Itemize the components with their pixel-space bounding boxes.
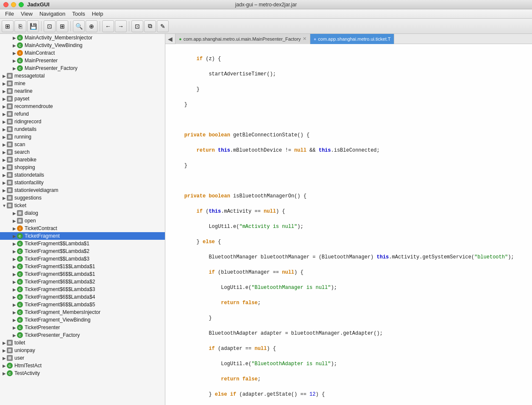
tree-arrow [12, 211, 17, 216]
code-line: private boolean getBleConnectionState() … [172, 132, 309, 138]
code-line: return this.mBluetoothDevice != null && … [172, 147, 380, 153]
code-line: } else if (adapter.getState() == 12) { [172, 391, 325, 397]
sidebar-item-ticketfrag-members[interactable]: C TicketFragment_MembersInjector [0, 308, 165, 316]
toolbar-sep-4 [129, 21, 129, 31]
tab-back-btn[interactable]: ◀ [165, 34, 175, 44]
tab-mainpresenter-factory[interactable]: ● com.app.shanghai.metro.ui.main.MainPre… [175, 34, 310, 44]
sidebar-item-ticketfrag6-lambda1[interactable]: C TicketFragment$6$$Lambda$1 [0, 270, 165, 278]
tree-arrow [12, 50, 17, 55]
sidebar-item-ticketfrag6-lambda2[interactable]: C TicketFragment$6$$Lambda$2 [0, 278, 165, 286]
toolbar-add-btn[interactable]: ⊕ [86, 20, 97, 32]
toolbar-copy-btn[interactable]: ⎘ [14, 20, 26, 32]
tree-arrow [2, 195, 7, 200]
menu-view[interactable]: View [17, 10, 36, 18]
sidebar-item-mainactivity-members[interactable]: C MainActivity_MembersInjector [0, 34, 165, 42]
sidebar-item-unionpay[interactable]: ⊞ unionpay [0, 347, 165, 354]
menu-navigation[interactable]: Navigation [36, 10, 69, 18]
traffic-lights[interactable] [3, 2, 24, 7]
sidebar-item-ticketfrag-lambda3[interactable]: C TicketFragment$$Lambda$3 [0, 255, 165, 263]
item-label: MainPresenter_Factory [25, 65, 78, 71]
sidebar-item-ticket-open[interactable]: ⊞ open [0, 217, 165, 225]
sidebar-item-mainactivity-vb[interactable]: C MainActivity_ViewBinding [0, 42, 165, 49]
package-icon: ⊞ [7, 96, 13, 102]
sidebar-item-ticketfrag6-lambda5[interactable]: C TicketFragment$6$$Lambda$5 [0, 301, 165, 308]
sidebar-item-htmltestact[interactable]: C HtmlTestAct [0, 362, 165, 369]
main-layout: C MainActivity_MembersInjector C MainAct… [0, 34, 532, 405]
item-label: TicketFragment$6$$Lambda$2 [25, 279, 95, 285]
class-icon: C [17, 271, 23, 277]
tab-ticketfragment[interactable]: ● com.app.shanghai.metro.ui.ticket.T [310, 34, 395, 44]
sidebar-item-ticket[interactable]: ⊞ ticket [0, 202, 165, 209]
menu-tools[interactable]: Tools [69, 10, 88, 18]
tree-arrow [12, 264, 17, 269]
sidebar-item-suggestions[interactable]: ⊞ suggestions [0, 194, 165, 202]
toolbar-zoom-btn[interactable]: ⊡ [131, 20, 143, 32]
sidebar-item-ticketfrag-lambda1[interactable]: C TicketFragment$$Lambda$1 [0, 240, 165, 247]
sidebar-item-ticketfrag1-lambda1[interactable]: C TicketFragment$1$$Lambda$1 [0, 263, 165, 270]
tree-arrow [2, 363, 7, 368]
sidebar-item-rundetails[interactable]: ⊞ rundetails [0, 125, 165, 133]
sidebar-item-payset[interactable]: ⊞ payset [0, 95, 165, 103]
sidebar-item-toilet[interactable]: ⊞ toilet [0, 339, 165, 347]
sidebar-item-ticketfrag6-lambda4[interactable]: C TicketFragment$6$$Lambda$4 [0, 293, 165, 301]
minimize-button[interactable] [11, 2, 16, 7]
class-icon: C [17, 35, 23, 41]
class-icon: C [7, 363, 13, 369]
sidebar-item-ticket-dialog[interactable]: ⊞ dialog [0, 209, 165, 217]
sidebar-item-ticketfrag-vb[interactable]: C TicketFragment_ViewBinding [0, 316, 165, 324]
sidebar-item-stationdetails[interactable]: ⊞ stationdetails [0, 171, 165, 179]
code-area[interactable]: if (z) { startAdvertiseTimer(); } } priv… [165, 44, 532, 405]
tab-close-btn[interactable]: ✕ [303, 36, 306, 42]
package-icon: ⊞ [7, 119, 13, 125]
sidebar-item-stationfacility[interactable]: ⊞ stationfacility [0, 179, 165, 186]
close-button[interactable] [3, 2, 8, 7]
sidebar-item-search[interactable]: ⊞ search [0, 148, 165, 156]
sidebar-item-ticketcontract[interactable]: I TicketContract [0, 225, 165, 232]
sidebar-item-mainpresenter[interactable]: C MainPresenter [0, 57, 165, 64]
item-label: recommendroute [14, 103, 53, 109]
sidebar[interactable]: C MainActivity_MembersInjector C MainAct… [0, 34, 165, 405]
sidebar-item-refund[interactable]: ⊞ refund [0, 110, 165, 118]
toolbar-open-btn[interactable]: ⊞ [2, 20, 14, 32]
sidebar-item-sharebike[interactable]: ⊞ sharebike [0, 156, 165, 164]
sidebar-item-ticketfrag-lambda2[interactable]: C TicketFragment$$Lambda$2 [0, 247, 165, 255]
sidebar-item-messagetotal[interactable]: ⊞ messagetotal [0, 72, 165, 80]
menu-help[interactable]: Help [89, 10, 107, 18]
sidebar-item-shopping[interactable]: ⊞ shopping [0, 164, 165, 171]
tree-arrow [12, 287, 17, 292]
item-label: rundetails [14, 126, 36, 132]
maximize-button[interactable] [19, 2, 24, 7]
toolbar-fwd-btn[interactable]: → [115, 20, 127, 32]
item-label: TicketFragment_ViewBinding [25, 317, 90, 323]
sidebar-item-maincontract[interactable]: I MainContract [0, 49, 165, 57]
tree-arrow [2, 73, 7, 78]
package-icon: ⊞ [7, 340, 13, 346]
sidebar-item-scan[interactable]: ⊞ scan [0, 141, 165, 148]
toolbar-edit-btn[interactable]: ✎ [157, 20, 169, 32]
sidebar-item-ridingrecord[interactable]: ⊞ ridingrecord [0, 118, 165, 125]
sidebar-item-testactivity[interactable]: C TestActivity [0, 369, 165, 377]
sidebar-item-mainpresenterfactory[interactable]: C MainPresenter_Factory [0, 64, 165, 72]
sidebar-item-recommendroute[interactable]: ⊞ recommendroute [0, 103, 165, 110]
sidebar-item-running[interactable]: ⊞ running [0, 133, 165, 141]
tree-arrow [2, 340, 7, 345]
toolbar-decompile-btn[interactable]: ⧉ [144, 20, 156, 32]
menu-file[interactable]: File [2, 10, 17, 18]
sidebar-item-user[interactable]: ⊞ user [0, 354, 165, 362]
toolbar-dot-btn[interactable]: ⊞ [56, 20, 68, 32]
sidebar-item-ticketfragment[interactable]: C TicketFragment [0, 232, 165, 240]
toolbar-grid-btn[interactable]: ⊡ [44, 20, 56, 32]
sidebar-item-mine[interactable]: ⊞ mine [0, 80, 165, 87]
tree-arrow [12, 302, 17, 307]
sidebar-item-nearline[interactable]: ⊞ nearline [0, 87, 165, 95]
sidebar-item-stationleveldiagram[interactable]: ⊞ stationleveldiagram [0, 186, 165, 194]
toolbar-back-btn[interactable]: ← [102, 20, 114, 32]
sidebar-item-ticketpresenter[interactable]: C TicketPresenter [0, 324, 165, 331]
sidebar-item-ticketpresenterfactory[interactable]: C TicketPresenter_Factory [0, 331, 165, 339]
class-icon: C [7, 370, 13, 376]
toolbar-save-btn[interactable]: 💾 [27, 20, 39, 32]
toolbar-search-btn[interactable]: 🔍 [73, 20, 85, 32]
package-icon: ⊞ [7, 180, 13, 186]
sidebar-item-ticketfrag6-lambda3[interactable]: C TicketFragment$6$$Lambda$3 [0, 286, 165, 293]
tab-label: com.app.shanghai.metro.ui.ticket.T [318, 36, 390, 42]
